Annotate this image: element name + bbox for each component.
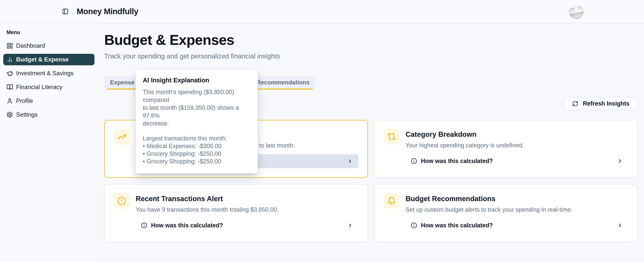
chevron-right-icon	[347, 223, 353, 228]
tooltip-intro-text: This month's spending ($3,850.00) compar…	[143, 88, 250, 127]
chevron-right-icon	[617, 158, 623, 164]
card-message: Your highest spending category is undefi…	[406, 142, 628, 149]
trending-up-icon	[114, 129, 130, 145]
card-message: Set up custom budget alerts to track you…	[406, 206, 628, 214]
sidebar-item-label: Investment & Savings	[16, 70, 74, 77]
how-calculated-row[interactable]: How was this calculated?	[406, 154, 628, 168]
sidebar-item-label: Financial Literacy	[16, 84, 62, 91]
card-category-breakdown: Category Breakdown Your highest spending…	[374, 120, 638, 178]
sidebar-item-label: Settings	[16, 111, 38, 118]
sidebar-item-label: Budget & Expense	[16, 56, 68, 63]
repeat-arrows-icon	[384, 129, 400, 144]
chevron-right-icon	[347, 158, 353, 164]
dashboard-grid-icon	[6, 42, 13, 49]
how-calculated-label: How was this calculated?	[421, 222, 613, 229]
page-subtitle: Track your spending and get personalized…	[104, 52, 638, 60]
open-book-icon	[6, 84, 13, 90]
sidebar: Menu Dashboard Budget & Expense Investme…	[0, 23, 98, 262]
gear-icon	[6, 111, 13, 118]
sidebar-toggle-button[interactable]	[62, 8, 68, 15]
card-title: Budget Recommendations	[406, 195, 628, 203]
refresh-icon	[572, 101, 578, 107]
card-message: You have 9 transactions this month total…	[136, 206, 358, 214]
page-title: Budget & Expenses	[104, 32, 638, 48]
card-title: Recent Transactions Alert	[136, 195, 358, 203]
user-icon	[6, 98, 13, 104]
chevron-right-icon	[617, 223, 623, 228]
info-icon	[141, 222, 147, 229]
sidebar-item-label: Dashboard	[16, 42, 45, 49]
piggy-bank-icon	[6, 70, 13, 77]
bar-chart-icon	[6, 56, 13, 63]
sidebar-item-budget-expense[interactable]: Budget & Expense	[3, 54, 94, 65]
sidebar-item-financial-literacy[interactable]: Financial Literacy	[3, 81, 94, 93]
sidebar-item-settings[interactable]: Settings	[3, 109, 94, 120]
how-calculated-row[interactable]: How was this calculated?	[136, 219, 358, 232]
alert-circle-icon	[114, 193, 130, 209]
sidebar-menu-label: Menu	[6, 29, 97, 35]
refresh-insights-button[interactable]: Refresh Insights	[564, 97, 638, 110]
app-title: Money Mindfully	[77, 7, 138, 16]
bell-icon	[384, 193, 400, 209]
ai-insight-tooltip: AI Insight Explanation This month's spen…	[136, 70, 258, 173]
card-recent-transactions-alert: Recent Transactions Alert You have 9 tra…	[104, 184, 368, 242]
sidebar-item-label: Profile	[16, 97, 33, 104]
profile-avatar[interactable]	[569, 4, 584, 19]
how-calculated-label: How was this calculated?	[151, 222, 344, 229]
how-calculated-label: How was this calculated?	[421, 158, 613, 165]
main-content: Budget & Expenses Track your spending an…	[98, 23, 644, 262]
card-title: Category Breakdown	[406, 130, 628, 139]
card-budget-recommendations: Budget Recommendations Set up custom bud…	[374, 184, 638, 242]
refresh-insights-label: Refresh Insights	[583, 100, 630, 107]
panel-left-icon	[62, 8, 68, 15]
sidebar-item-profile[interactable]: Profile	[3, 95, 94, 107]
info-icon	[411, 158, 417, 164]
tooltip-details-text: Largest transactions this month: • Medic…	[143, 135, 250, 165]
app-header: Money Mindfully	[0, 0, 644, 23]
tooltip-title: AI Insight Explanation	[143, 77, 250, 84]
sidebar-item-dashboard[interactable]: Dashboard	[3, 40, 94, 51]
how-calculated-row[interactable]: How was this calculated?	[406, 219, 628, 232]
sidebar-item-investment-savings[interactable]: Investment & Savings	[3, 68, 94, 79]
info-icon	[411, 222, 417, 229]
